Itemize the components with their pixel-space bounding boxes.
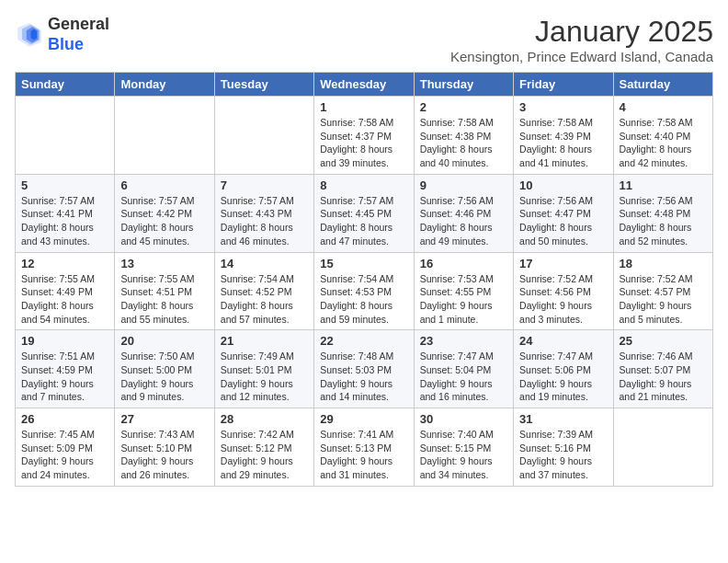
cell-content: Sunrise: 7:58 AM Sunset: 4:40 PM Dayligh… xyxy=(620,116,707,170)
day-number: 9 xyxy=(420,178,507,192)
day-number: 5 xyxy=(21,178,108,192)
logo: General Blue xyxy=(15,15,109,54)
calendar-cell: 23Sunrise: 7:47 AM Sunset: 5:04 PM Dayli… xyxy=(414,330,513,408)
logo-icon xyxy=(15,20,44,50)
calendar-cell xyxy=(16,97,115,175)
day-number: 7 xyxy=(221,178,308,192)
calendar-cell: 7Sunrise: 7:57 AM Sunset: 4:43 PM Daylig… xyxy=(214,174,313,252)
column-header-wednesday: Wednesday xyxy=(314,73,414,97)
cell-content: Sunrise: 7:55 AM Sunset: 4:51 PM Dayligh… xyxy=(120,272,208,327)
cell-content: Sunrise: 7:58 AM Sunset: 4:38 PM Dayligh… xyxy=(420,116,507,170)
day-number: 4 xyxy=(620,100,707,114)
calendar-week-row: 19Sunrise: 7:51 AM Sunset: 4:59 PM Dayli… xyxy=(16,330,713,408)
calendar-cell: 8Sunrise: 7:57 AM Sunset: 4:45 PM Daylig… xyxy=(314,174,414,252)
calendar-cell: 24Sunrise: 7:47 AM Sunset: 5:06 PM Dayli… xyxy=(514,330,613,408)
day-number: 26 xyxy=(21,412,108,426)
cell-content: Sunrise: 7:49 AM Sunset: 5:01 PM Dayligh… xyxy=(221,350,308,404)
calendar-week-row: 12Sunrise: 7:55 AM Sunset: 4:49 PM Dayli… xyxy=(16,252,713,330)
cell-content: Sunrise: 7:57 AM Sunset: 4:42 PM Dayligh… xyxy=(120,194,208,248)
day-number: 14 xyxy=(221,257,308,270)
calendar-cell: 31Sunrise: 7:39 AM Sunset: 5:16 PM Dayli… xyxy=(514,408,613,487)
cell-content: Sunrise: 7:57 AM Sunset: 4:41 PM Dayligh… xyxy=(21,194,108,248)
month-title: January 2025 xyxy=(450,15,713,49)
calendar-week-row: 5Sunrise: 7:57 AM Sunset: 4:41 PM Daylig… xyxy=(16,174,713,252)
cell-content: Sunrise: 7:54 AM Sunset: 4:52 PM Dayligh… xyxy=(221,272,308,327)
calendar-cell: 4Sunrise: 7:58 AM Sunset: 4:40 PM Daylig… xyxy=(613,97,712,175)
logo-text: General Blue xyxy=(48,15,109,54)
day-number: 28 xyxy=(221,412,308,426)
page-header: General Blue January 2025 Kensington, Pr… xyxy=(15,15,713,64)
calendar-cell xyxy=(115,97,214,175)
calendar-cell: 3Sunrise: 7:58 AM Sunset: 4:39 PM Daylig… xyxy=(514,97,613,175)
calendar-week-row: 1Sunrise: 7:58 AM Sunset: 4:37 PM Daylig… xyxy=(16,97,713,175)
column-header-tuesday: Tuesday xyxy=(214,73,313,97)
logo-blue-text: Blue xyxy=(48,35,84,53)
calendar-cell: 29Sunrise: 7:41 AM Sunset: 5:13 PM Dayli… xyxy=(314,408,414,487)
day-number: 18 xyxy=(620,257,707,270)
day-number: 27 xyxy=(120,412,208,426)
day-number: 21 xyxy=(221,334,308,348)
day-number: 6 xyxy=(120,178,208,192)
cell-content: Sunrise: 7:47 AM Sunset: 5:04 PM Dayligh… xyxy=(420,350,507,404)
day-number: 22 xyxy=(320,334,407,348)
day-number: 13 xyxy=(120,257,208,270)
day-number: 20 xyxy=(120,334,208,348)
day-number: 24 xyxy=(519,334,607,348)
calendar-table: SundayMondayTuesdayWednesdayThursdayFrid… xyxy=(15,72,713,487)
cell-content: Sunrise: 7:56 AM Sunset: 4:46 PM Dayligh… xyxy=(420,194,507,248)
cell-content: Sunrise: 7:46 AM Sunset: 5:07 PM Dayligh… xyxy=(620,350,707,404)
cell-content: Sunrise: 7:57 AM Sunset: 4:45 PM Dayligh… xyxy=(320,194,407,248)
calendar-week-row: 26Sunrise: 7:45 AM Sunset: 5:09 PM Dayli… xyxy=(16,408,713,487)
calendar-cell: 6Sunrise: 7:57 AM Sunset: 4:42 PM Daylig… xyxy=(115,174,214,252)
calendar-cell: 18Sunrise: 7:52 AM Sunset: 4:57 PM Dayli… xyxy=(613,252,712,330)
logo-general-text: General xyxy=(48,15,109,33)
day-number: 23 xyxy=(420,334,507,348)
title-block: January 2025 Kensington, Prince Edward I… xyxy=(450,15,713,64)
svg-marker-3 xyxy=(31,29,37,40)
day-number: 29 xyxy=(320,412,407,426)
column-header-friday: Friday xyxy=(514,73,613,97)
day-number: 19 xyxy=(21,334,108,348)
calendar-cell: 15Sunrise: 7:54 AM Sunset: 4:53 PM Dayli… xyxy=(314,252,414,330)
calendar-cell: 26Sunrise: 7:45 AM Sunset: 5:09 PM Dayli… xyxy=(16,408,115,487)
calendar-cell xyxy=(214,97,313,175)
calendar-cell: 25Sunrise: 7:46 AM Sunset: 5:07 PM Dayli… xyxy=(613,330,712,408)
cell-content: Sunrise: 7:43 AM Sunset: 5:10 PM Dayligh… xyxy=(120,428,208,482)
day-number: 12 xyxy=(21,257,108,270)
day-number: 8 xyxy=(320,178,407,192)
cell-content: Sunrise: 7:58 AM Sunset: 4:37 PM Dayligh… xyxy=(320,116,407,170)
day-number: 10 xyxy=(519,178,607,192)
calendar-cell: 11Sunrise: 7:56 AM Sunset: 4:48 PM Dayli… xyxy=(613,174,712,252)
cell-content: Sunrise: 7:48 AM Sunset: 5:03 PM Dayligh… xyxy=(320,350,407,404)
day-number: 11 xyxy=(620,178,707,192)
day-number: 30 xyxy=(420,412,507,426)
calendar-cell: 9Sunrise: 7:56 AM Sunset: 4:46 PM Daylig… xyxy=(414,174,513,252)
column-header-saturday: Saturday xyxy=(613,73,712,97)
cell-content: Sunrise: 7:39 AM Sunset: 5:16 PM Dayligh… xyxy=(519,428,607,482)
cell-content: Sunrise: 7:40 AM Sunset: 5:15 PM Dayligh… xyxy=(420,428,507,482)
day-number: 15 xyxy=(320,257,407,270)
calendar-cell: 22Sunrise: 7:48 AM Sunset: 5:03 PM Dayli… xyxy=(314,330,414,408)
cell-content: Sunrise: 7:47 AM Sunset: 5:06 PM Dayligh… xyxy=(519,350,607,404)
calendar-cell: 20Sunrise: 7:50 AM Sunset: 5:00 PM Dayli… xyxy=(115,330,214,408)
cell-content: Sunrise: 7:58 AM Sunset: 4:39 PM Dayligh… xyxy=(519,116,607,170)
calendar-cell: 17Sunrise: 7:52 AM Sunset: 4:56 PM Dayli… xyxy=(514,252,613,330)
day-number: 16 xyxy=(420,257,507,270)
cell-content: Sunrise: 7:51 AM Sunset: 4:59 PM Dayligh… xyxy=(21,350,108,404)
cell-content: Sunrise: 7:53 AM Sunset: 4:55 PM Dayligh… xyxy=(420,272,507,327)
column-header-thursday: Thursday xyxy=(414,73,513,97)
cell-content: Sunrise: 7:57 AM Sunset: 4:43 PM Dayligh… xyxy=(221,194,308,248)
calendar-cell: 12Sunrise: 7:55 AM Sunset: 4:49 PM Dayli… xyxy=(16,252,115,330)
day-number: 25 xyxy=(620,334,707,348)
column-header-monday: Monday xyxy=(115,73,214,97)
calendar-cell: 27Sunrise: 7:43 AM Sunset: 5:10 PM Dayli… xyxy=(115,408,214,487)
day-number: 2 xyxy=(420,100,507,114)
calendar-header-row: SundayMondayTuesdayWednesdayThursdayFrid… xyxy=(16,73,713,97)
cell-content: Sunrise: 7:41 AM Sunset: 5:13 PM Dayligh… xyxy=(320,428,407,482)
cell-content: Sunrise: 7:42 AM Sunset: 5:12 PM Dayligh… xyxy=(221,428,308,482)
day-number: 1 xyxy=(320,100,407,114)
cell-content: Sunrise: 7:50 AM Sunset: 5:00 PM Dayligh… xyxy=(120,350,208,404)
location-text: Kensington, Prince Edward Island, Canada xyxy=(450,49,713,64)
calendar-cell: 13Sunrise: 7:55 AM Sunset: 4:51 PM Dayli… xyxy=(115,252,214,330)
calendar-cell: 5Sunrise: 7:57 AM Sunset: 4:41 PM Daylig… xyxy=(16,174,115,252)
